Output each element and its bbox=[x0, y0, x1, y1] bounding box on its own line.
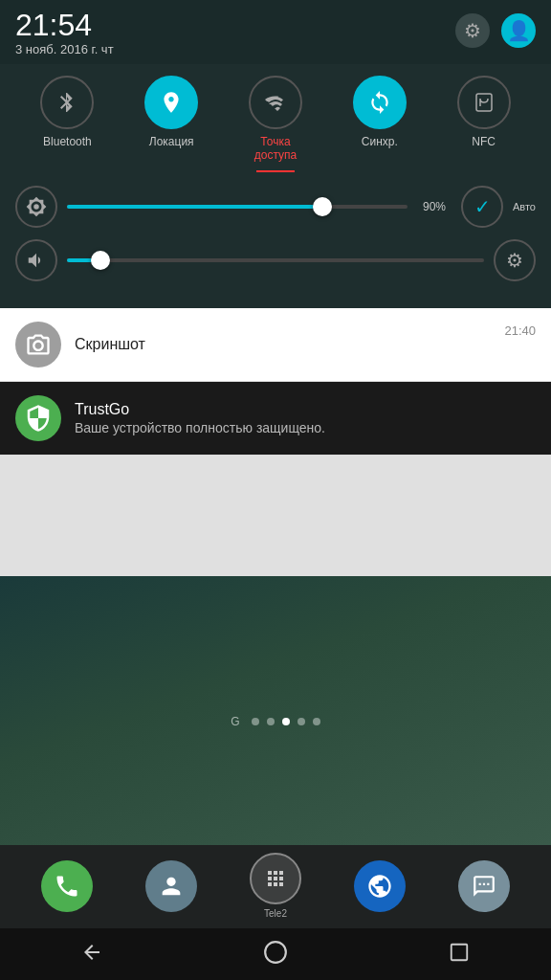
screenshot-notification[interactable]: Скриншот 21:40 bbox=[0, 308, 551, 382]
nfc-toggle[interactable]: NFC bbox=[446, 76, 522, 148]
volume-icon[interactable] bbox=[15, 239, 57, 281]
location-label: Локация bbox=[149, 135, 194, 148]
apps-icon bbox=[250, 853, 301, 904]
contacts-icon bbox=[145, 860, 197, 912]
brightness-icon[interactable] bbox=[15, 186, 57, 228]
settings-icon[interactable]: ⚙ bbox=[455, 13, 490, 48]
dock-contacts[interactable] bbox=[145, 860, 197, 912]
apps-label: Tele2 bbox=[264, 908, 287, 919]
location-toggle[interactable]: Локация bbox=[133, 76, 209, 148]
volume-track[interactable] bbox=[67, 258, 484, 262]
hotspot-toggle[interactable]: Точкадоступа bbox=[237, 76, 314, 172]
dock-sms[interactable] bbox=[458, 860, 510, 912]
sms-icon bbox=[458, 860, 510, 912]
brightness-value: 90% bbox=[417, 200, 452, 213]
volume-row: ⚙ bbox=[15, 239, 536, 281]
bluetooth-icon bbox=[40, 76, 94, 129]
nav-bar bbox=[0, 928, 551, 980]
trustgo-notification[interactable]: TrustGo Ваше устройство полностью защище… bbox=[0, 382, 551, 456]
page-dot-3[interactable] bbox=[298, 718, 305, 725]
screenshot-notif-time: 21:40 bbox=[504, 323, 536, 338]
nfc-label: NFC bbox=[472, 135, 496, 148]
sync-toggle[interactable]: Синхр. bbox=[342, 76, 418, 148]
location-icon bbox=[144, 76, 198, 129]
dock-browser[interactable] bbox=[354, 860, 406, 912]
trustgo-notif-content: TrustGo Ваше устройство полностью защище… bbox=[75, 401, 536, 435]
brightness-fill bbox=[67, 205, 322, 209]
bluetooth-label: Bluetooth bbox=[43, 135, 92, 148]
trustgo-notif-title: TrustGo bbox=[75, 401, 536, 418]
home-button[interactable] bbox=[252, 938, 299, 967]
status-icons: ⚙ 👤 bbox=[455, 13, 536, 48]
brightness-thumb bbox=[313, 197, 332, 216]
clock-date: 3 нояб. 2016 г. чт bbox=[15, 42, 114, 56]
trustgo-notif-icon bbox=[15, 395, 61, 441]
hotspot-icon bbox=[249, 76, 302, 129]
volume-fill bbox=[67, 258, 100, 262]
screenshot-notif-icon bbox=[15, 322, 61, 368]
trustgo-notif-subtitle: Ваше устройство полностью защищено. bbox=[75, 420, 536, 435]
main-layout: 21:54 3 нояб. 2016 г. чт ⚙ 👤 Bluetooth bbox=[0, 0, 551, 980]
dock-apps[interactable]: Tele2 bbox=[250, 853, 301, 919]
page-dot-2[interactable] bbox=[282, 718, 290, 725]
svg-point-2 bbox=[265, 942, 286, 963]
nfc-icon bbox=[457, 76, 511, 129]
page-dot-1[interactable] bbox=[267, 718, 275, 725]
volume-thumb bbox=[91, 251, 110, 270]
brightness-track[interactable] bbox=[67, 205, 408, 209]
page-dot-0[interactable] bbox=[252, 718, 259, 725]
bluetooth-toggle[interactable]: Bluetooth bbox=[29, 76, 105, 148]
status-bar: 21:54 3 нояб. 2016 г. чт ⚙ 👤 bbox=[0, 0, 551, 64]
screenshot-notif-content: Скриншот bbox=[75, 336, 504, 353]
browser-icon bbox=[354, 860, 406, 912]
toggle-row: Bluetooth Локация Точкадоступа bbox=[15, 76, 536, 172]
phone-icon bbox=[41, 860, 93, 912]
time-block: 21:54 3 нояб. 2016 г. чт bbox=[15, 10, 114, 56]
sync-icon bbox=[353, 76, 407, 129]
brightness-row: 90% ✓ Авто bbox=[15, 186, 536, 228]
clock-time: 21:54 bbox=[15, 10, 114, 40]
svg-point-1 bbox=[33, 204, 39, 210]
hotspot-underline bbox=[256, 170, 295, 172]
page-dot-4[interactable] bbox=[313, 718, 320, 725]
recent-apps-button[interactable] bbox=[435, 938, 483, 967]
app-dock: Tele2 bbox=[0, 845, 551, 928]
back-button[interactable] bbox=[68, 938, 116, 967]
dock-phone[interactable] bbox=[41, 860, 93, 912]
auto-label: Авто bbox=[513, 201, 536, 212]
screenshot-notif-title: Скриншот bbox=[75, 336, 504, 353]
google-indicator: G bbox=[231, 715, 239, 728]
auto-brightness-button[interactable]: ✓ bbox=[461, 186, 503, 228]
svg-rect-3 bbox=[452, 945, 468, 961]
page-dots: G bbox=[0, 703, 551, 740]
volume-settings-icon[interactable]: ⚙ bbox=[494, 239, 536, 281]
sync-label: Синхр. bbox=[362, 135, 398, 148]
quick-settings-panel: Bluetooth Локация Точкадоступа bbox=[0, 64, 551, 308]
notifications-area: Скриншот 21:40 TrustGo Ваше устройство п… bbox=[0, 308, 551, 577]
hotspot-label: Точкадоступа bbox=[254, 135, 297, 163]
user-icon[interactable]: 👤 bbox=[501, 13, 536, 48]
home-area: G bbox=[0, 576, 551, 845]
